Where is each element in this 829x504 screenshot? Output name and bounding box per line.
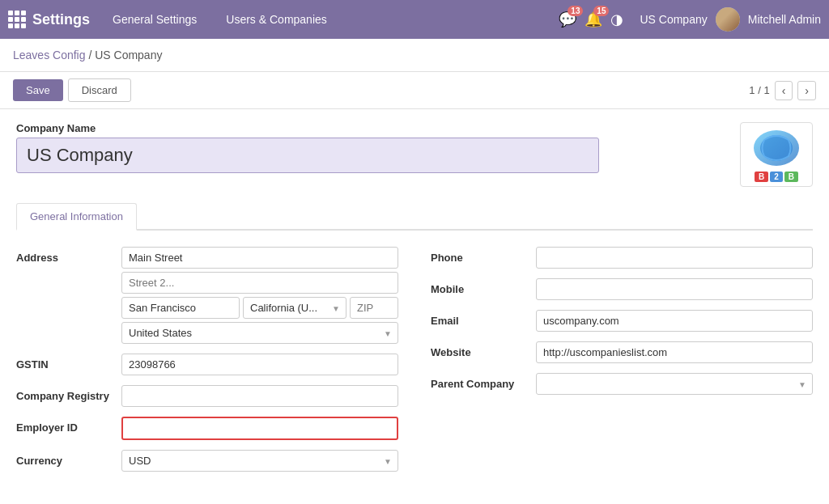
breadcrumb-parent[interactable]: Leaves Config: [13, 49, 86, 61]
website-content: [536, 341, 813, 363]
employer-id-content: [121, 417, 398, 440]
email-content: [536, 310, 813, 332]
address-city-row: California (U... ▼: [121, 297, 398, 319]
avatar[interactable]: [716, 7, 740, 32]
bell-badge: 15: [593, 6, 609, 16]
address-country-wrapper: United States ▼: [121, 322, 398, 344]
currency-label: Currency: [16, 450, 121, 467]
badge-b: B: [755, 172, 768, 182]
logo-area[interactable]: Settings: [8, 11, 90, 28]
website-input[interactable]: [536, 341, 813, 363]
username[interactable]: Mitchell Admin: [748, 13, 821, 26]
mobile-input[interactable]: [536, 278, 813, 300]
logo-svg: [752, 128, 801, 168]
gstin-input[interactable]: [121, 354, 398, 375]
address-zip-input[interactable]: [350, 297, 398, 319]
parent-company-label: Parent Company: [431, 373, 536, 390]
phone-input[interactable]: [536, 247, 813, 269]
nav-right: 💬 13 🔔 15 ◑ US Company Mitchell Admin: [559, 7, 821, 32]
app-title: Settings: [32, 11, 90, 28]
address-fields: California (U... ▼ United States: [121, 247, 398, 344]
grid-icon: [8, 11, 26, 28]
email-input[interactable]: [536, 310, 813, 332]
address-group: Address California (U... ▼: [16, 247, 398, 344]
chat-button[interactable]: 💬 13: [559, 11, 576, 28]
address-label: Address: [16, 247, 121, 264]
content-area: Leaves Config / US Company Save Discard …: [0, 39, 829, 504]
address-state-select[interactable]: California (U...: [243, 297, 346, 319]
company-name-input[interactable]: [16, 138, 599, 173]
phone-label: Phone: [431, 247, 536, 264]
breadcrumb-separator: /: [88, 49, 91, 61]
main-content: Company Name: [0, 109, 829, 494]
form-right: Phone Mobile Email: [431, 247, 813, 481]
topnav: Settings General Settings Users & Compan…: [0, 0, 829, 39]
company-name-label: Company Name: [16, 122, 724, 134]
breadcrumb-current: US Company: [95, 49, 162, 61]
address-street1-input[interactable]: [121, 247, 398, 269]
tab-general-information[interactable]: General Information: [16, 203, 137, 231]
employer-id-input[interactable]: [121, 417, 398, 440]
phone-content: [536, 247, 813, 269]
email-group: Email: [431, 310, 813, 332]
address-state-wrapper: California (U... ▼: [243, 297, 346, 319]
gstin-content: [121, 354, 398, 375]
clock-button[interactable]: ◑: [610, 11, 623, 28]
website-label: Website: [431, 341, 536, 358]
badge-b2: B: [784, 172, 798, 182]
gstin-label: GSTIN: [16, 354, 121, 371]
parent-company-group: Parent Company ▼: [431, 373, 813, 395]
discard-button[interactable]: Discard: [68, 78, 131, 102]
save-button[interactable]: Save: [13, 79, 63, 101]
nav-general-settings[interactable]: General Settings: [106, 10, 203, 29]
breadcrumb: Leaves Config / US Company: [0, 39, 829, 72]
currency-group: Currency USD ▼: [16, 450, 398, 472]
currency-wrapper: USD ▼: [121, 450, 398, 472]
logo-badges: B 2 B: [755, 172, 798, 182]
address-country-select[interactable]: United States: [121, 322, 398, 344]
company-name-section: Company Name: [16, 122, 813, 187]
company-name-left: Company Name: [16, 122, 724, 173]
company-registry-group: Company Registry: [16, 385, 398, 407]
website-group: Website: [431, 341, 813, 363]
mobile-content: [536, 278, 813, 300]
pagination: 1 / 1 ‹ ›: [749, 81, 816, 100]
address-city-input[interactable]: [121, 297, 240, 319]
currency-select[interactable]: USD: [121, 450, 398, 472]
company-registry-input[interactable]: [121, 385, 398, 407]
employer-id-group: Employer ID: [16, 417, 398, 440]
mobile-group: Mobile: [431, 278, 813, 300]
currency-content: USD ▼: [121, 450, 398, 472]
bell-button[interactable]: 🔔 15: [585, 11, 602, 28]
parent-company-content: ▼: [536, 373, 813, 395]
nav-users-companies[interactable]: Users & Companies: [219, 10, 334, 29]
phone-group: Phone: [431, 247, 813, 269]
company-logo[interactable]: B 2 B: [740, 122, 813, 187]
address-street2-input[interactable]: [121, 272, 398, 294]
form-left: Address California (U... ▼: [16, 247, 398, 481]
pagination-prev[interactable]: ‹: [775, 81, 793, 100]
gstin-group: GSTIN: [16, 354, 398, 375]
company-registry-label: Company Registry: [16, 385, 121, 402]
current-company[interactable]: US Company: [640, 13, 707, 26]
pagination-text: 1 / 1: [749, 84, 769, 96]
chat-badge: 13: [568, 6, 583, 16]
company-registry-content: [121, 385, 398, 407]
email-label: Email: [431, 310, 536, 327]
toolbar: Save Discard 1 / 1 ‹ ›: [0, 72, 829, 109]
nav-links: General Settings Users & Companies: [106, 10, 559, 29]
mobile-label: Mobile: [431, 278, 536, 295]
parent-company-wrapper: ▼: [536, 373, 813, 395]
pagination-next[interactable]: ›: [797, 81, 816, 100]
badge-2: 2: [770, 172, 783, 182]
form-section: Address California (U... ▼: [16, 247, 813, 481]
parent-company-select[interactable]: [536, 373, 813, 395]
tabs: General Information: [16, 203, 813, 231]
employer-id-label: Employer ID: [16, 417, 121, 434]
